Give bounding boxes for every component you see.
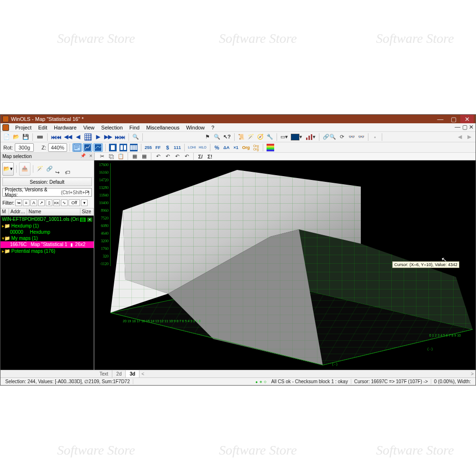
menu-window[interactable]: Window [183,125,208,130]
project-tree[interactable]: WIN-EFT8POH08D7_10011.ols (Ori ▧ ✕ ▸📁 He… [0,216,94,370]
zscale-input[interactable]: 440% [48,143,67,152]
menu-edit[interactable]: Edit [35,125,50,130]
col-m[interactable]: M [0,208,9,215]
tab-3d[interactable]: 3d [126,370,139,377]
search-plus-button[interactable]: 🔍 [131,133,140,141]
tree-column-headers[interactable]: M Addr… Name Size [0,208,94,216]
percent-button[interactable]: % [213,143,221,152]
nav-first-button[interactable]: ⏮⏮ [50,133,62,141]
nav-fwd-button[interactable]: ▶ [94,133,102,141]
tab-scroll-left[interactable]: < [139,371,146,377]
undo1-button[interactable]: ↶ [154,152,162,161]
rotation-input[interactable]: 300g [15,143,34,152]
link-zoom-button[interactable]: 🔗🔍 [322,133,337,141]
wand-button[interactable]: 🪄 [247,133,255,141]
x1-button[interactable]: ×1 [232,143,240,152]
tab-text[interactable]: Text [96,370,112,377]
undo4-button[interactable]: ↶ [182,152,191,161]
bitwidth-8-button[interactable] [108,143,118,152]
history-next-button[interactable]: ▶ [465,133,474,141]
val-ff-button[interactable]: FF [154,143,162,152]
sigma-div-button[interactable]: Σ/ [196,152,205,161]
orgorg-button[interactable]: Org Org [252,143,260,152]
tree-selected-map[interactable]: 16676C Map "Statistical 1 ▮ 26x2 [0,241,94,248]
filter-off-button[interactable]: Off [69,199,80,206]
palette-button[interactable] [266,143,275,152]
cut-button[interactable]: ✂ [98,152,106,161]
bitwidth-32-button[interactable] [129,143,139,152]
bars-button[interactable]: ▾ [304,133,317,141]
delta-a-button[interactable]: ΔA [222,143,231,152]
tree-mymaps-group[interactable]: ▾📁 My maps (1) [0,235,94,241]
filter-kk-button[interactable]: KK [53,199,60,206]
tag-button[interactable]: 🏷 [63,168,71,177]
copy-button[interactable]: ⿻ [107,152,116,161]
select-button[interactable]: ▭▾ [279,133,289,141]
col-name[interactable]: Name [27,208,80,215]
viewport-3d[interactable]: 17600 16160 14720 13280 11840 10400 8960… [94,160,476,370]
val-111-button[interactable]: 111 [173,143,182,152]
view-text-button[interactable] [72,143,82,152]
filter-font-button[interactable]: A [30,199,37,206]
nav-last-button[interactable]: ⏭⏭ [114,133,126,141]
undo3-button[interactable]: ↶ [173,152,181,161]
bitwidth-16-button[interactable] [119,143,128,152]
nav-back-button[interactable]: ◀ [74,133,82,141]
dot-button[interactable]: ◦ [371,133,379,141]
save-button[interactable]: 💾 [21,133,30,141]
tab-2d[interactable]: 2d [112,370,126,377]
lohi-button[interactable]: LOHI [187,143,197,152]
session-button[interactable]: Session: Default [2,178,92,186]
mark-button[interactable]: ▦ [130,152,139,161]
filter-equal-button[interactable]: ≔ [15,199,22,206]
org-button[interactable]: Org [241,143,251,152]
nav-next-button[interactable]: ▶▶ [103,133,113,141]
menu-find[interactable]: Find [126,125,143,130]
sigma-excl-button[interactable]: Σ! [206,152,214,161]
tree-hexdump-group[interactable]: ▸📁 Hexdump (1) [0,223,94,229]
glasses-alt-button[interactable]: 👓 [357,133,366,141]
pin-icon[interactable]: 📌 [80,153,86,158]
nav-prev-button[interactable]: ◀◀ [63,133,73,141]
helppointer-button[interactable]: ↖? [222,133,232,141]
new-button[interactable]: 📄 [2,133,11,141]
tab-scroll-right[interactable]: > [469,371,476,377]
wrench-button[interactable]: 🔧 [266,133,274,141]
zoomtool-button[interactable]: 🔍 [213,133,221,141]
projects-combo[interactable]: Projects, Versions & Maps: (Ctrl+Shift+F… [2,188,92,197]
script-button[interactable]: 📜 [237,133,246,141]
map-button[interactable]: 🧭 [256,133,265,141]
menu-help[interactable]: ? [208,125,218,130]
import-button[interactable]: 📥 [19,162,30,176]
flag-button[interactable]: ⚑ [203,133,212,141]
tree-root[interactable]: WIN-EFT8POH08D7_10011.ols (Ori ▧ ✕ [0,216,94,223]
open-button[interactable]: 📂 [12,133,20,141]
paste-button[interactable]: 📋 [117,152,125,161]
grid-button[interactable] [83,133,93,141]
menu-view[interactable]: View [80,125,98,130]
window-close-button[interactable]: ✕ [460,115,474,123]
filter-bar-button[interactable]: ▯ [46,199,52,206]
history-prev-button[interactable]: ◀ [456,133,464,141]
val-dollar-button[interactable]: $ [163,143,172,152]
filter-dropdown-button[interactable]: ▾ [81,199,88,206]
col-size[interactable]: Size [80,208,94,215]
col-addr[interactable]: Addr… [9,208,27,215]
window-minimize-button[interactable]: — [434,115,447,123]
export-button[interactable]: ↪ [53,169,61,177]
undo2-button[interactable]: ↶ [163,152,172,161]
filter-line-button[interactable]: ↗ [38,199,45,206]
connect-button[interactable] [35,133,45,141]
mdi-controls[interactable]: — ▢ ✕ [455,124,474,130]
tree-hexdump-item[interactable]: 00000 Hexdump [0,229,94,235]
val-255-button[interactable]: 255 [144,143,153,152]
panel-close-button[interactable]: × [89,153,92,159]
view-3d-button[interactable] [93,143,103,152]
filter-bars-button[interactable]: ≡ [23,199,30,206]
glasses-button[interactable]: 👓 [347,133,356,141]
hilo-button[interactable]: HILO [198,143,207,152]
tree-potential-group[interactable]: ▸📁 Potential maps (176) [0,248,94,254]
window-maximize-button[interactable]: ▢ [447,115,460,123]
menu-miscellaneous[interactable]: Miscellaneous [143,125,183,130]
menu-project[interactable]: Project [12,125,35,130]
